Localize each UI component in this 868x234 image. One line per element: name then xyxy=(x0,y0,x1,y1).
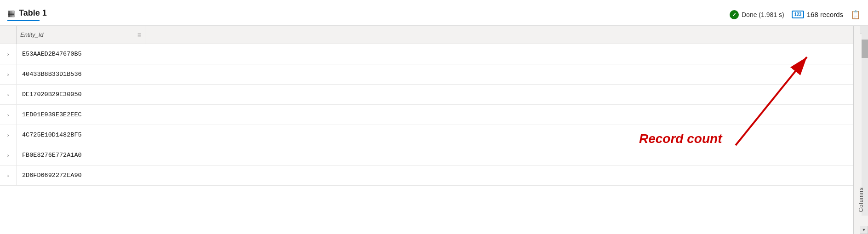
title-row: ▦ Table 1 xyxy=(7,8,47,18)
row-expander[interactable]: › xyxy=(0,105,17,125)
records-type-icon: 123 xyxy=(792,11,804,18)
column-menu-icon[interactable]: ≡ xyxy=(137,31,141,39)
table-row: › FB0E8276E772A1A0 xyxy=(0,145,853,166)
table-icon: ▦ xyxy=(7,8,15,18)
row-expander[interactable]: › xyxy=(0,64,17,84)
entity-id-cell: 40433B8B33D1B536 xyxy=(17,71,87,78)
table-row: › 4C725E10D1482BF5 xyxy=(0,125,853,145)
entity-id-cell: 1ED01E939E3E2EEC xyxy=(17,111,87,118)
entity-id-cell: 2D6FD6692272EA90 xyxy=(17,172,87,179)
table-row: › DE17020B29E30050 xyxy=(0,85,853,105)
row-expander[interactable]: › xyxy=(0,166,17,185)
row-expander[interactable]: › xyxy=(0,85,17,104)
entity-id-cell: DE17020B29E30050 xyxy=(17,91,87,98)
table-row: › 40433B8B33D1B536 xyxy=(0,64,853,85)
table-body: › E53AAED2B47670B5 › 40433B8B33D1B536 › … xyxy=(0,44,853,234)
entity-id-label: Entity_Id xyxy=(20,31,44,38)
records-count-label: 168 records xyxy=(807,11,843,18)
columns-panel-label[interactable]: Columns xyxy=(858,183,864,216)
table-row: › 1ED01E939E3E2EEC xyxy=(0,105,853,125)
records-badge: 123 168 records xyxy=(792,11,843,18)
entity-id-cell: E53AAED2B47670B5 xyxy=(17,51,87,57)
table-row: › E53AAED2B47670B5 xyxy=(0,44,853,64)
copy-button[interactable]: 📋 xyxy=(851,10,861,20)
scrollbar-thumb[interactable] xyxy=(862,40,868,58)
row-expander[interactable]: › xyxy=(0,145,17,165)
title-underline xyxy=(7,20,40,21)
entity-id-cell: FB0E8276E772A1A0 xyxy=(17,152,87,159)
expander-header xyxy=(0,26,17,44)
row-expander[interactable]: › xyxy=(0,125,17,145)
header: ▦ Table 1 ✓ Done (1.981 s) 123 168 recor… xyxy=(0,0,868,26)
entity-id-cell: 4C725E10D1482BF5 xyxy=(17,131,87,138)
table-row: › 2D6FD6692272EA90 xyxy=(0,166,853,186)
done-icon: ✓ xyxy=(730,10,739,19)
column-header: Entity_Id ≡ xyxy=(0,26,853,44)
status-done: ✓ Done (1.981 s) xyxy=(730,10,784,19)
table-area: Entity_Id ≡ › E53AAED2B47670B5 › 40433B8… xyxy=(0,26,868,234)
row-expander[interactable]: › xyxy=(0,44,17,64)
scroll-down-button[interactable]: ▼ xyxy=(860,226,868,234)
entity-id-column-header: Entity_Id ≡ xyxy=(17,26,145,44)
table-wrapper: Entity_Id ≡ › E53AAED2B47670B5 › 40433B8… xyxy=(0,26,853,234)
main-container: ▦ Table 1 ✓ Done (1.981 s) 123 168 recor… xyxy=(0,0,868,234)
right-panel: ▲ Columns ▼ xyxy=(853,26,868,234)
page-title: Table 1 xyxy=(19,8,47,18)
header-left: ▦ Table 1 xyxy=(7,8,47,21)
status-label: Done (1.981 s) xyxy=(742,11,784,18)
header-right: ✓ Done (1.981 s) 123 168 records 📋 xyxy=(730,10,861,20)
